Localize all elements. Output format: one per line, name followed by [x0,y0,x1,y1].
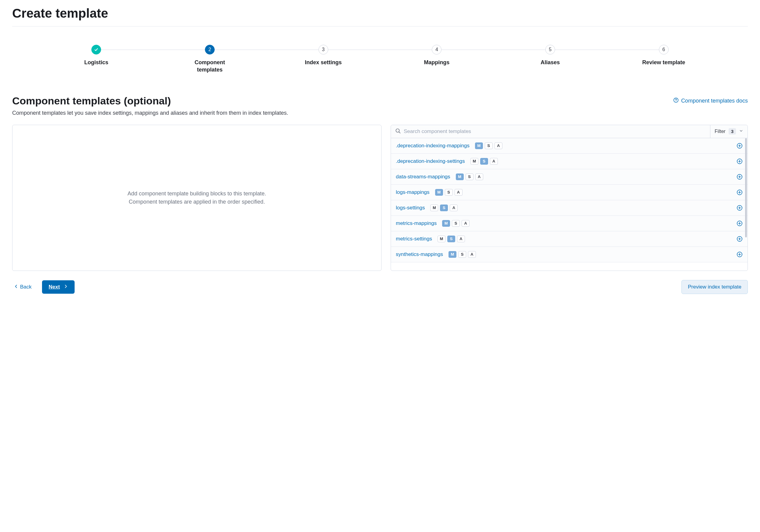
add-template-button[interactable] [736,158,743,164]
settings-badge: S [458,251,466,258]
template-name-link[interactable]: metrics-settings [396,236,432,242]
step-connector [328,50,432,50]
badges: MSA [470,158,498,165]
badges: MSA [435,189,462,196]
page-title: Create template [12,6,748,21]
aliases-badge: A [475,173,483,180]
settings-badge: S [452,220,460,227]
mappings-badge: M [456,173,464,180]
template-row: .deprecation-indexing-mappingsMSA [391,138,747,154]
add-template-button[interactable] [736,220,743,226]
search-icon [395,128,401,135]
filter-button[interactable]: Filter 3 [710,125,747,138]
step-label: Logistics [84,59,108,66]
template-row: data-streams-mappingsMSA [391,169,747,185]
scrollbar-thumb[interactable] [745,138,747,238]
step-2[interactable]: 2Component templates [153,45,267,74]
add-template-button[interactable] [736,143,743,149]
next-button[interactable]: Next [42,280,74,294]
template-row: metrics-mappingsMSA [391,216,747,231]
template-name-link[interactable]: logs-settings [396,205,425,211]
template-name-link[interactable]: .deprecation-indexing-settings [396,158,465,164]
badges: MSA [449,251,476,258]
step-label: Mappings [424,59,450,66]
back-button[interactable]: Back [12,281,33,293]
template-name-link[interactable]: logs-mappings [396,189,430,196]
step-4[interactable]: 4Mappings [380,45,494,66]
add-template-button[interactable] [736,174,743,180]
step-3[interactable]: 3Index settings [266,45,380,66]
step-1[interactable]: Logistics [40,45,153,66]
template-name-link[interactable]: synthetics-mappings [396,251,443,257]
settings-badge: S [445,189,453,196]
template-row: logs-mappingsMSA [391,185,747,200]
step-circle: 4 [432,45,442,55]
add-template-button[interactable] [736,205,743,211]
filter-label: Filter [715,129,726,134]
template-row: synthetics-mappingsMSA [391,247,747,262]
stepper: Logistics2Component templates3Index sett… [40,45,720,74]
search-box [391,125,710,138]
step-label: Component templates [185,59,234,74]
svg-point-1 [676,101,676,101]
next-label: Next [49,284,60,290]
search-input[interactable] [404,128,706,135]
mappings-badge: M [438,236,446,242]
step-circle: 3 [318,45,328,55]
step-connector [442,50,545,50]
plus-circle-icon [736,189,743,196]
help-icon [673,97,679,105]
step-circle: 5 [545,45,555,55]
back-label: Back [20,284,32,290]
empty-state-text: Add component template building blocks t… [127,190,267,206]
badges: MSA [442,220,469,227]
settings-badge: S [440,204,448,211]
step-6[interactable]: 6Review template [607,45,720,66]
mappings-badge: M [475,143,483,149]
selected-templates-drop-zone[interactable]: Add component template building blocks t… [12,125,382,271]
badges: MSA [438,236,465,242]
chevron-down-icon [739,129,743,134]
settings-badge: S [447,236,455,242]
mappings-badge: M [470,158,478,165]
add-template-button[interactable] [736,251,743,257]
footer: Back Next Preview index template [12,280,748,294]
settings-badge: S [480,158,488,165]
chevron-left-icon [14,284,18,290]
plus-circle-icon [736,143,743,149]
mappings-badge: M [442,220,450,227]
preview-button[interactable]: Preview index template [682,280,748,294]
mappings-badge: M [449,251,456,258]
filter-count-badge: 3 [729,128,736,135]
step-circle: 6 [659,45,669,55]
aliases-badge: A [450,204,458,211]
chevron-right-icon [64,284,68,290]
mappings-badge: M [430,204,438,211]
divider [12,26,748,26]
plus-circle-icon [736,220,743,226]
template-name-link[interactable]: .deprecation-indexing-mappings [396,143,469,149]
step-circle [91,45,101,55]
step-5[interactable]: 5Aliases [494,45,607,66]
add-template-button[interactable] [736,236,743,242]
docs-link[interactable]: Component templates docs [673,97,748,105]
settings-badge: S [465,173,473,180]
mappings-badge: M [435,189,443,196]
step-label: Aliases [541,59,560,66]
add-template-button[interactable] [736,189,743,196]
section-title: Component templates (optional) [12,95,171,107]
step-label: Review template [642,59,685,66]
aliases-badge: A [462,220,469,227]
aliases-badge: A [468,251,476,258]
plus-circle-icon [736,205,743,211]
template-list: .deprecation-indexing-mappingsMSA.deprec… [391,138,747,271]
template-name-link[interactable]: data-streams-mappings [396,174,450,180]
section-description: Component templates let you save index s… [12,110,748,116]
aliases-badge: A [457,236,465,242]
template-row: logs-settingsMSA [391,200,747,216]
template-row: .deprecation-indexing-settingsMSA [391,154,747,169]
step-label: Index settings [305,59,342,66]
plus-circle-icon [736,251,743,257]
template-name-link[interactable]: metrics-mappings [396,220,437,226]
badges: MSA [456,173,483,180]
